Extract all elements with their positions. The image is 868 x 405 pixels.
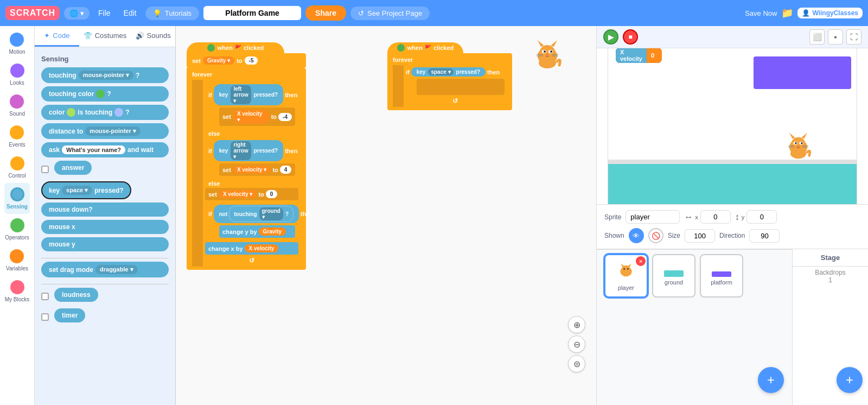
control-label: Control xyxy=(8,173,25,179)
language-selector[interactable]: 🌐 ▾ xyxy=(64,7,90,20)
stage-full-button[interactable]: ⛶ xyxy=(846,29,861,45)
block-ask[interactable]: ask What's your name? and wait xyxy=(41,142,169,157)
purple-platform xyxy=(754,56,851,89)
looks-label: Looks xyxy=(10,80,24,86)
tab-sounds[interactable]: 🔊 Sounds xyxy=(131,26,175,47)
sidebar-item-sound[interactable]: Sound xyxy=(7,90,27,121)
show-button[interactable]: 👁 xyxy=(629,228,644,243)
script-jump: when 🚩 clicked forever if key space ▾ pr… xyxy=(387,42,512,110)
direction-input[interactable] xyxy=(749,229,780,243)
svg-point-9 xyxy=(539,58,556,68)
sensing-dot xyxy=(10,187,24,201)
green-flag-button[interactable]: ▶ xyxy=(603,29,618,45)
sidebar-item-sensing[interactable]: Sensing xyxy=(4,183,30,214)
block-loudness[interactable]: loudness xyxy=(54,288,98,302)
block-touching-color[interactable]: touching color ? xyxy=(41,86,169,102)
events-dot xyxy=(10,125,24,140)
folder-icon[interactable]: 📁 xyxy=(781,7,793,19)
project-name-input[interactable] xyxy=(203,6,301,20)
sidebar-item-myblocks[interactable]: My Blocks xyxy=(3,276,32,307)
hide-button[interactable]: 🚫 xyxy=(648,228,663,243)
sprite-thumb-player[interactable]: ✕ player xyxy=(604,254,648,298)
stop-button[interactable]: ■ xyxy=(623,29,638,45)
code-tab-icon: ✦ xyxy=(44,31,50,40)
stage-medium-button[interactable]: ▪ xyxy=(828,29,843,45)
scratch-logo[interactable]: SCRATCH xyxy=(5,6,60,20)
tutorials-button[interactable]: 💡 Tutorials xyxy=(145,7,199,20)
block-touching-mousepointer[interactable]: touching mouse-pointer ▾ ? xyxy=(41,67,169,83)
block-mouse-down[interactable]: mouse down? xyxy=(41,202,169,217)
add-backdrop-button[interactable]: + xyxy=(837,367,863,393)
y-input[interactable] xyxy=(746,210,777,224)
sidebar-item-motion[interactable]: Motion xyxy=(7,28,27,59)
sprite-thumb-platform[interactable]: platform xyxy=(700,254,743,298)
blocks-tabs: ✦ Code 👕 Costumes 🔊 Sounds xyxy=(35,26,175,47)
x-label: x xyxy=(695,214,698,220)
looks-dot xyxy=(10,64,24,78)
zoom-controls: ⊕ ⊖ ⊜ xyxy=(568,316,585,372)
svg-point-22 xyxy=(797,145,800,147)
player-sprite-label: player xyxy=(618,284,634,291)
sound-dot xyxy=(10,94,24,109)
block-color-touching[interactable]: color is touching ? xyxy=(41,105,169,120)
y-coord-icon: ↕ xyxy=(735,212,739,222)
block-timer[interactable]: timer xyxy=(54,308,85,322)
xvelocity-monitor: X velocity 0 xyxy=(616,48,662,63)
block-set-drag-mode[interactable]: set drag mode draggable ▾ xyxy=(41,262,169,277)
tab-code[interactable]: ✦ Code xyxy=(35,26,79,47)
svg-marker-17 xyxy=(801,132,807,138)
svg-point-20 xyxy=(795,142,797,144)
sprite-thumb-ground[interactable]: ground xyxy=(652,254,695,298)
block-answer[interactable]: answer xyxy=(54,161,92,175)
save-now-button[interactable]: Save Now xyxy=(745,9,777,17)
block-loudness-row: loudness xyxy=(41,288,169,305)
sidebar-item-operators[interactable]: Operators xyxy=(3,214,31,245)
block-distance-to[interactable]: distance to mouse-pointer ▾ xyxy=(41,123,169,139)
sensing-section-header: Sensing xyxy=(41,55,169,63)
blocks-panel: ✦ Code 👕 Costumes 🔊 Sounds Sensing touch… xyxy=(35,26,176,405)
workspace[interactable]: when 🚩 clicked set Gravity ▾ to -5 forev… xyxy=(176,26,597,405)
sensing-label: Sensing xyxy=(7,204,28,210)
eye-closed-icon: 🚫 xyxy=(652,232,660,240)
block-key-pressed-selected[interactable]: key space ▾ pressed? xyxy=(41,181,131,199)
user-avatar[interactable]: 👤 WiingyClasses xyxy=(797,8,863,18)
add-sprite-button[interactable]: + xyxy=(758,367,784,393)
loudness-checkbox[interactable] xyxy=(41,293,49,300)
share-button[interactable]: Share xyxy=(305,5,346,21)
stage-panel-header: Stage xyxy=(793,249,868,267)
sound-label: Sound xyxy=(9,111,25,117)
size-input[interactable] xyxy=(685,229,715,243)
sprite-delete-player[interactable]: ✕ xyxy=(636,256,646,266)
tab-costumes[interactable]: 👕 Costumes xyxy=(79,26,131,47)
see-project-button[interactable]: ↺ See Project Page xyxy=(350,7,430,20)
zoom-reset-button[interactable]: ⊜ xyxy=(568,355,585,372)
zoom-out-button[interactable]: ⊖ xyxy=(568,336,585,353)
sidebar-item-events[interactable]: Events xyxy=(7,121,28,152)
workspace-inner: when 🚩 clicked set Gravity ▾ to -5 forev… xyxy=(176,26,596,405)
block-answer-row: answer xyxy=(41,161,169,178)
lightbulb-icon: 💡 xyxy=(153,9,162,17)
block-mouse-y[interactable]: mouse y xyxy=(41,237,169,251)
answer-checkbox[interactable] xyxy=(41,166,49,173)
y-label: y xyxy=(742,214,745,220)
file-menu[interactable]: File xyxy=(94,7,115,20)
svg-point-23 xyxy=(790,148,806,158)
stage-small-button[interactable]: ⬜ xyxy=(809,29,825,45)
myblocks-label: My Blocks xyxy=(5,296,30,302)
block-mouse-x[interactable]: mouse x xyxy=(41,220,169,234)
sprite-label: Sprite xyxy=(604,213,621,221)
block-timer-row: timer xyxy=(41,308,169,326)
sidebar-item-looks[interactable]: Looks xyxy=(8,59,27,90)
sidebar-item-control[interactable]: Control xyxy=(6,152,28,183)
svg-point-33 xyxy=(627,268,629,270)
edit-menu[interactable]: Edit xyxy=(119,7,141,20)
eye-open-icon: 👁 xyxy=(633,232,640,240)
x-input[interactable] xyxy=(700,210,731,224)
sidebar-item-variables[interactable]: Variables xyxy=(4,245,30,276)
main-layout: Motion Looks Sound Events Control Sensin… xyxy=(0,26,868,405)
costumes-tab-icon: 👕 xyxy=(84,31,92,40)
myblocks-dot xyxy=(10,280,24,294)
zoom-in-button[interactable]: ⊕ xyxy=(568,316,585,333)
sprite-name-input[interactable] xyxy=(626,210,680,224)
timer-checkbox[interactable] xyxy=(41,313,49,321)
